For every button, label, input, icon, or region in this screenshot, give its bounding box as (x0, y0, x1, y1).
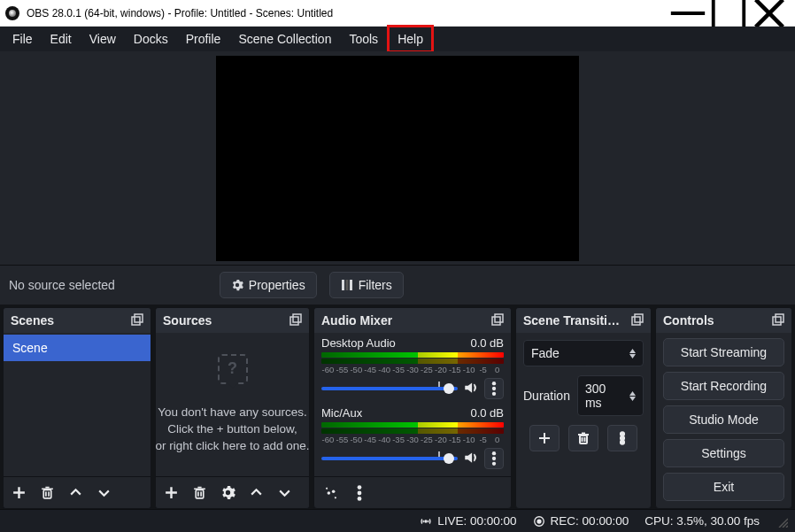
svg-rect-20 (196, 490, 204, 498)
volume-meter-icon (321, 352, 504, 358)
menu-scene-collection[interactable]: Scene Collection (229, 27, 340, 51)
window-close-button[interactable] (749, 1, 790, 26)
exit-button[interactable]: Exit (663, 473, 784, 501)
preview-canvas[interactable] (216, 56, 579, 261)
menu-view[interactable]: View (81, 27, 125, 51)
svg-point-32 (492, 462, 496, 466)
volume-slider[interactable] (321, 387, 458, 390)
filters-icon (341, 279, 353, 291)
transitions-title: Scene Transiti… (523, 313, 620, 328)
svg-rect-6 (350, 280, 352, 290)
record-icon (533, 515, 545, 528)
mixer-ch1-name: Desktop Audio (321, 336, 396, 350)
obs-logo-icon (5, 6, 19, 20)
no-source-label: No source selected (9, 278, 115, 292)
transitions-popout-icon[interactable] (631, 313, 644, 328)
volume-slider[interactable] (321, 457, 458, 460)
source-toolbar: No source selected Properties Filters (0, 266, 795, 305)
svg-marker-40 (629, 391, 636, 396)
window-titlebar: OBS 28.0.1 (64-bit, windows) - Profile: … (0, 0, 795, 27)
svg-rect-44 (580, 436, 587, 443)
menu-file[interactable]: File (4, 27, 42, 51)
mixer-advanced-button[interactable] (321, 483, 341, 503)
mixer-ch2-menu-button[interactable] (484, 448, 504, 469)
svg-point-50 (621, 436, 623, 439)
svg-point-49 (621, 433, 623, 436)
menu-docks[interactable]: Docks (125, 27, 177, 51)
source-delete-button[interactable] (189, 483, 209, 503)
window-title: OBS 28.0.1 (64-bit, windows) - Profile: … (27, 7, 668, 19)
menu-help[interactable]: Help (387, 25, 434, 53)
svg-point-35 (358, 497, 362, 501)
mixer-scale: -60-55-50-45-40-35-30-25-20-15-10-50 (321, 365, 504, 374)
filters-button[interactable]: Filters (329, 272, 404, 298)
speaker-icon[interactable] (463, 380, 479, 398)
status-live: LIVE: 00:00:00 (420, 514, 516, 528)
controls-title: Controls (663, 313, 714, 328)
duration-value: 300 ms (585, 382, 624, 410)
scene-item[interactable]: Scene (4, 335, 151, 361)
source-move-up-button[interactable] (246, 483, 266, 503)
resize-grip-icon[interactable] (776, 515, 788, 528)
transition-delete-button[interactable] (568, 425, 598, 451)
duration-input[interactable]: 300 ms (577, 375, 644, 416)
source-properties-button[interactable] (218, 483, 237, 503)
sources-dock: Sources You don't have any sources. Clic… (155, 307, 310, 509)
transition-menu-button[interactable] (607, 425, 637, 451)
svg-rect-17 (293, 314, 301, 322)
svg-point-54 (425, 520, 427, 521)
svg-point-51 (621, 441, 623, 443)
svg-point-30 (492, 451, 496, 455)
start-recording-button[interactable]: Start Recording (663, 372, 784, 400)
mixer-scale: -60-55-50-45-40-35-30-25-20-15-10-50 (321, 435, 504, 444)
status-cpu: CPU: 3.5%, 30.00 fps (644, 514, 760, 528)
studio-mode-button[interactable]: Studio Mode (663, 405, 784, 434)
volume-meter-icon (321, 428, 504, 434)
scene-delete-button[interactable] (37, 483, 57, 503)
scene-transitions-dock: Scene Transiti… Fade Duration 300 ms (515, 307, 652, 509)
filters-label: Filters (359, 278, 392, 292)
scene-move-up-button[interactable] (66, 483, 85, 503)
mixer-channel-mic-aux: Mic/Aux 0.0 dB -60-55-50-45-40-35-30-25-… (314, 405, 511, 473)
svg-point-27 (492, 382, 496, 385)
volume-meter-icon (321, 422, 504, 428)
svg-point-28 (492, 387, 496, 390)
settings-button[interactable]: Settings (663, 439, 784, 467)
transition-add-button[interactable] (529, 425, 560, 451)
window-maximize-button[interactable] (708, 1, 749, 26)
speaker-icon[interactable] (463, 450, 479, 468)
svg-rect-37 (635, 314, 643, 322)
mixer-channel-desktop-audio: Desktop Audio 0.0 dB -60-55-50-45-40-35-… (314, 335, 511, 403)
source-add-button[interactable] (161, 483, 181, 503)
start-streaming-button[interactable]: Start Streaming (663, 338, 784, 366)
menu-edit[interactable]: Edit (42, 27, 81, 51)
scene-add-button[interactable] (9, 483, 28, 503)
svg-point-29 (492, 392, 496, 396)
statusbar: LIVE: 00:00:00 REC: 00:00:00 CPU: 3.5%, … (0, 509, 795, 532)
sources-popout-icon[interactable] (289, 313, 302, 328)
menu-profile[interactable]: Profile (177, 27, 230, 51)
mixer-popout-icon[interactable] (491, 313, 504, 328)
volume-meter-icon (321, 359, 504, 364)
transition-select[interactable]: Fade (523, 340, 644, 366)
mixer-ch1-menu-button[interactable] (484, 378, 504, 399)
controls-popout-icon[interactable] (772, 313, 784, 328)
mixer-menu-button[interactable] (350, 482, 369, 504)
question-box-icon (218, 354, 248, 384)
svg-rect-8 (135, 314, 143, 322)
window-minimize-button[interactable] (668, 1, 708, 26)
status-rec: REC: 00:00:00 (533, 514, 629, 528)
mixer-ch2-name: Mic/Aux (321, 406, 362, 420)
sources-empty-state[interactable]: You don't have any sources. Click the + … (156, 335, 309, 474)
scenes-popout-icon[interactable] (131, 313, 143, 328)
updown-icon (629, 391, 636, 401)
broadcast-icon (420, 515, 432, 528)
properties-button[interactable]: Properties (220, 272, 317, 298)
menu-tools[interactable]: Tools (340, 27, 387, 51)
scenes-title: Scenes (11, 313, 54, 328)
mixer-ch1-db: 0.0 dB (470, 336, 504, 350)
scene-move-down-button[interactable] (94, 483, 113, 503)
svg-rect-36 (632, 317, 640, 325)
svg-rect-5 (345, 280, 348, 290)
source-move-down-button[interactable] (274, 483, 294, 503)
